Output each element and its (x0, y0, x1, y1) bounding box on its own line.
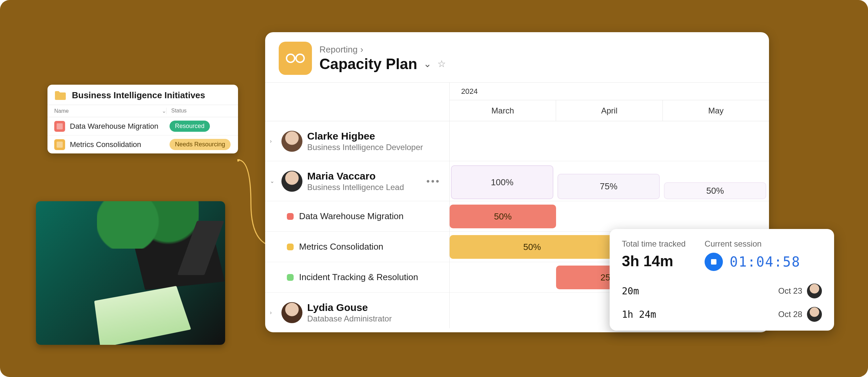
person-name: Lydia Gouse (307, 302, 392, 313)
time-log-row[interactable]: 1h 24m Oct 28 (622, 302, 822, 326)
task-color-dot (287, 213, 294, 220)
svg-rect-0 (57, 123, 63, 129)
workspace-icon (279, 42, 312, 75)
chevron-right-icon[interactable]: › (270, 310, 277, 316)
chevron-down-icon[interactable]: ⌄ (162, 108, 166, 114)
chevron-right-icon: › (360, 44, 363, 55)
year-label: 2024 (450, 83, 769, 100)
log-date: Oct 23 (778, 286, 802, 296)
total-tracked-label: Total time tracked (622, 239, 686, 249)
bi-columns: Name ⌄ Status (47, 105, 238, 117)
avatar (807, 284, 822, 298)
project-icon (54, 121, 65, 132)
stop-timer-button[interactable] (705, 253, 723, 271)
allocation-bar[interactable]: 100% (451, 165, 553, 199)
allocation-bar[interactable]: 50% (664, 182, 766, 199)
person-name: Clarke Higbee (307, 130, 423, 142)
bi-card-title: Business Intelligence Initiatives (72, 90, 205, 101)
project-icon (54, 139, 65, 150)
col-name[interactable]: Name (54, 108, 69, 114)
page-title: Capacity Plan (319, 56, 417, 72)
task-bar[interactable]: 50% (450, 235, 615, 259)
bi-row-label: Metrics Consolidation (70, 140, 141, 149)
log-date: Oct 28 (778, 310, 802, 319)
task-label: Metrics Consolidation (299, 242, 383, 252)
total-tracked-value: 3h 14m (622, 253, 686, 270)
task-row[interactable]: Metrics Consolidation (265, 232, 449, 262)
task-track: 50% (450, 201, 769, 232)
avatar (807, 307, 822, 322)
bi-row[interactable]: Metrics Consolidation Needs Resourcing (47, 135, 238, 153)
person-name: Maria Vaccaro (307, 170, 404, 182)
decorative-photo (36, 201, 225, 345)
col-status[interactable]: Status (171, 108, 186, 113)
more-icon[interactable]: ••• (427, 176, 443, 187)
person-role: Database Administrator (307, 314, 392, 323)
avatar (281, 302, 302, 323)
allocation-bar[interactable]: 75% (557, 174, 660, 199)
task-color-dot (287, 244, 294, 250)
current-session-value: 01:04:58 (730, 254, 801, 270)
chevron-right-icon[interactable]: › (270, 138, 277, 144)
person-role: Business Intelligence Developer (307, 143, 423, 152)
svg-point-4 (296, 54, 304, 62)
allocation-track: 100%75%50% (450, 161, 769, 201)
svg-rect-1 (57, 142, 63, 148)
log-duration: 20m (622, 286, 639, 297)
avatar (281, 131, 302, 152)
svg-point-2 (237, 159, 240, 162)
task-row[interactable]: Data Warehouse Migration (265, 201, 449, 232)
task-row[interactable]: Incident Tracking & Resolution (265, 262, 449, 293)
star-icon[interactable]: ☆ (437, 58, 446, 69)
task-color-dot (287, 274, 294, 281)
time-tracker-card: Total time tracked 3h 14m Current sessio… (610, 229, 834, 331)
avatar (281, 171, 302, 192)
time-log-row[interactable]: 20m Oct 23 (622, 279, 822, 302)
log-duration: 1h 24m (622, 309, 656, 320)
bi-row[interactable]: Data Warehouse Migration Resourced (47, 117, 238, 135)
breadcrumb-reporting[interactable]: Reporting (319, 44, 358, 55)
status-badge: Needs Resourcing (170, 139, 231, 150)
month-header: April (556, 100, 663, 121)
task-bar[interactable]: 50% (450, 205, 556, 228)
task-label: Data Warehouse Migration (299, 211, 403, 222)
chevron-down-icon[interactable]: ⌄ (270, 178, 277, 184)
folder-icon (54, 90, 66, 101)
bi-row-label: Data Warehouse Migration (70, 122, 158, 131)
status-badge: Resourced (170, 121, 210, 132)
person-row[interactable]: ⌄ Maria Vaccaro Business Intelligence Le… (265, 161, 449, 201)
person-row[interactable]: › Lydia Gouse Database Administrator (265, 293, 449, 332)
month-header: May (663, 100, 769, 121)
task-label: Incident Tracking & Resolution (299, 272, 418, 282)
current-session-label: Current session (705, 239, 801, 249)
bi-initiatives-card: Business Intelligence Initiatives Name ⌄… (47, 85, 238, 153)
svg-point-3 (287, 54, 295, 62)
allocation-track (450, 121, 769, 161)
person-role: Business Intelligence Lead (307, 183, 404, 192)
month-header: March (450, 100, 556, 121)
title-dropdown-icon[interactable]: ⌄ (423, 58, 431, 69)
person-row[interactable]: › Clarke Higbee Business Intelligence De… (265, 121, 449, 161)
